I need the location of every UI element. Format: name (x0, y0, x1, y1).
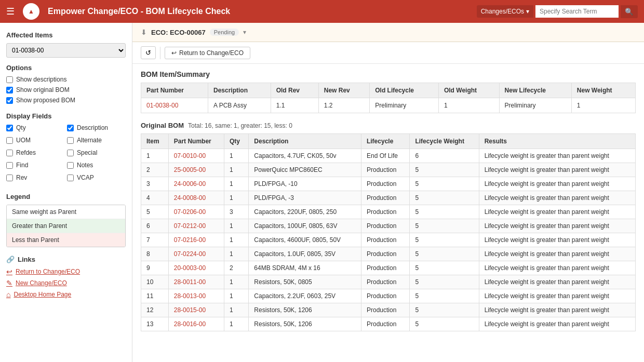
bom-lifecycle-weight: 5 (410, 219, 479, 233)
uom-field-row: UOM (6, 137, 65, 144)
bom-part-number[interactable]: 20-0003-00 (168, 261, 224, 275)
eco-chevron-icon[interactable]: ▾ (243, 29, 246, 36)
qty-checkbox[interactable] (6, 125, 13, 131)
bom-part-number[interactable]: 28-0011-00 (168, 275, 224, 289)
bom-description: PLD/FPGA, -10 (249, 177, 361, 191)
bom-part-number[interactable]: 28-0015-00 (168, 303, 224, 317)
legend-title: Legend (6, 193, 126, 200)
show-descriptions-checkbox[interactable] (6, 76, 13, 83)
bom-description: PLD/FPGA, -3 (249, 191, 361, 205)
bom-part-number[interactable]: 07-0212-00 (168, 219, 224, 233)
summary-new-weight: 1 (571, 98, 635, 113)
show-original-bom-checkbox[interactable] (6, 87, 13, 93)
options-title: Options (6, 64, 126, 72)
bom-qty: 1 (224, 191, 249, 205)
bom-item: 13 (141, 317, 169, 331)
bom-item: 8 (141, 247, 169, 261)
bom-col-lifecycle: Lifecycle (361, 134, 410, 149)
return-to-change-button[interactable]: ↩ Return to Change/ECO (165, 47, 250, 59)
summary-description: A PCB Assy (208, 98, 271, 113)
rev-checkbox[interactable] (6, 175, 13, 181)
bom-part-number[interactable]: 25-0005-00 (168, 163, 224, 177)
bom-item: 9 (141, 261, 169, 275)
hamburger-button[interactable]: ☰ (6, 6, 15, 17)
search-button[interactable]: 🔍 (621, 5, 638, 18)
alternate-checkbox[interactable] (67, 137, 74, 144)
uom-checkbox[interactable] (6, 137, 13, 144)
new-change-icon: ✎ (6, 279, 12, 287)
refresh-button[interactable]: ↺ (141, 46, 156, 59)
bom-qty: 2 (224, 261, 249, 275)
bom-description: Capacitors, 1.0UF, 0805, 35V (249, 247, 361, 261)
return-icon: ↩ (6, 267, 12, 276)
bom-result: Lifecycle weight is greater than parent … (479, 289, 635, 303)
bom-part-number[interactable]: 07-0206-00 (168, 205, 224, 219)
find-checkbox[interactable] (6, 162, 13, 169)
bom-item: 10 (141, 275, 169, 289)
bom-result: Lifecycle weight is greater than parent … (479, 149, 635, 163)
bom-part-number[interactable]: 07-0010-00 (168, 149, 224, 163)
bom-col-qty: Qty (224, 134, 249, 149)
col-part-number: Part Number (141, 83, 208, 98)
bom-table-row: 8 07-0224-00 1 Capacitors, 1.0UF, 0805, … (141, 247, 636, 261)
search-category-dropdown[interactable]: Changes/ECOs ▾ (477, 5, 533, 18)
eco-download-icon: ⬇ (141, 28, 147, 36)
bom-description: 64MB SDRAM, 4M x 16 (249, 261, 361, 275)
rev-field-row: Rev (6, 174, 65, 181)
col-old-lifecycle: Old Lifecycle (370, 83, 439, 98)
bom-part-number[interactable]: 07-0224-00 (168, 247, 224, 261)
bom-part-number[interactable]: 28-0013-00 (168, 289, 224, 303)
special-checkbox[interactable] (67, 150, 74, 156)
bom-lifecycle: Production (361, 177, 410, 191)
bom-col-part-number: Part Number (168, 134, 224, 149)
find-field-row: Find (6, 162, 65, 169)
bom-lifecycle-weight: 5 (410, 177, 479, 191)
col-new-rev: New Rev (318, 83, 370, 98)
eco-label: ECO: ECO-00067 (151, 29, 206, 36)
refdes-checkbox[interactable] (6, 150, 13, 156)
bom-qty: 3 (224, 205, 249, 219)
options-section: Options Show descriptions Show original … (6, 64, 126, 104)
summary-part-number: 01-0038-00 (141, 98, 208, 113)
qty-label: Qty (16, 124, 26, 131)
description-field-row: Description (67, 124, 126, 131)
rev-label: Rev (16, 174, 27, 181)
affected-items-select[interactable]: 01-0038-00 (6, 43, 126, 58)
bom-lifecycle-weight: 5 (410, 275, 479, 289)
bom-description: Resistors, 50K, 0805 (249, 275, 361, 289)
action-bar: ↺ ↩ Return to Change/ECO (132, 42, 644, 64)
bom-lifecycle: Production (361, 289, 410, 303)
bom-part-number[interactable]: 24-0008-00 (168, 191, 224, 205)
return-button-icon: ↩ (171, 49, 177, 57)
affected-items-title: Affected Items (6, 31, 126, 39)
bom-item: 7 (141, 233, 169, 247)
bom-part-number[interactable]: 07-0216-00 (168, 233, 224, 247)
bom-item: 2 (141, 163, 169, 177)
bom-lifecycle: Production (361, 219, 410, 233)
bom-part-number[interactable]: 28-0016-00 (168, 317, 224, 331)
qty-field-row: Qty (6, 124, 65, 131)
vcap-checkbox[interactable] (67, 175, 74, 181)
bom-part-number[interactable]: 24-0006-00 (168, 177, 224, 191)
bom-lifecycle-weight: 5 (410, 233, 479, 247)
bom-qty: 1 (224, 219, 249, 233)
notes-checkbox[interactable] (67, 162, 74, 169)
uom-label: UOM (16, 137, 31, 144)
description-checkbox[interactable] (67, 125, 74, 131)
show-proposed-bom-checkbox[interactable] (6, 97, 13, 104)
link-desktop-home[interactable]: ⌂ Desktop Home Page (6, 290, 126, 299)
link-return-to-change[interactable]: ↩ Return to Change/ECO (6, 267, 126, 276)
bom-result: Lifecycle weight is greater than parent … (479, 205, 635, 219)
bom-item: 3 (141, 177, 169, 191)
links-title: 🔗 Links (6, 256, 126, 263)
bom-table-row: 13 28-0016-00 1 Resistors, 50K, 1206 Pro… (141, 317, 636, 331)
bom-lifecycle-weight: 5 (410, 191, 479, 205)
link-new-change[interactable]: ✎ New Change/ECO (6, 279, 126, 287)
bom-description: Resistors, 50K, 1206 (249, 303, 361, 317)
bom-description: Capacitors, 4.7UF, CK05, 50v (249, 149, 361, 163)
display-fields-grid: Qty Description UOM Alternate Refdes (6, 124, 126, 184)
search-input[interactable] (535, 5, 619, 18)
show-descriptions-label: Show descriptions (16, 76, 66, 83)
bom-lifecycle: Production (361, 247, 410, 261)
bom-col-lifecycle-weight: Lifecycle Weight (410, 134, 479, 149)
